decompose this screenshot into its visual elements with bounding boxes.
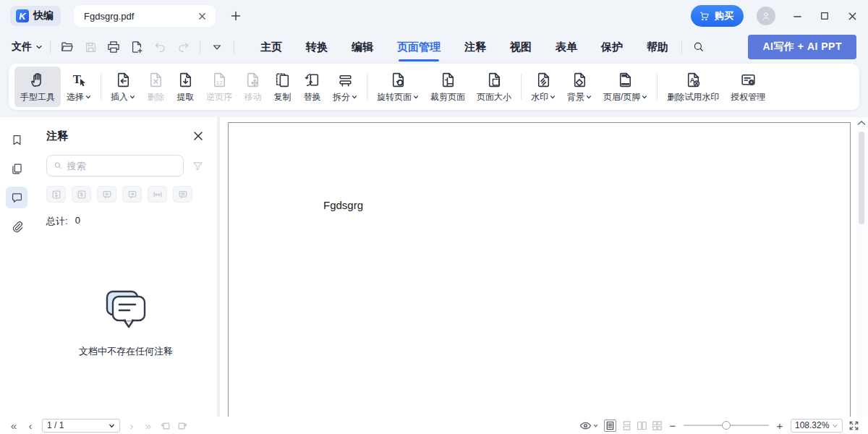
collapse-toolbar-button[interactable]	[208, 38, 226, 56]
next-comment-button[interactable]	[122, 186, 142, 203]
layout-continuous-button[interactable]	[622, 421, 631, 430]
minimize-button[interactable]	[791, 10, 803, 22]
tool-select[interactable]: T 选择	[61, 67, 97, 107]
zoom-in-button[interactable]: +	[775, 420, 785, 432]
comment-icon	[10, 191, 24, 205]
menu-tab-form[interactable]: 表单	[556, 38, 577, 57]
page-number-combo[interactable]: 1 / 1	[42, 419, 120, 433]
tool-rotate-page[interactable]: 旋转页面	[371, 67, 425, 107]
zoom-level-combo[interactable]: 108.32%	[791, 419, 843, 433]
chevron-down-icon	[129, 94, 135, 100]
rail-comments-button[interactable]	[6, 187, 27, 208]
comments-panel-title: 注释	[46, 129, 68, 143]
rail-bookmarks-button[interactable]	[6, 129, 27, 150]
file-menu-button[interactable]: 文件	[12, 41, 43, 54]
layout-single-page-button[interactable]	[604, 420, 616, 432]
comment-search-input[interactable]	[67, 161, 176, 171]
comment-tools	[46, 186, 205, 203]
background-icon	[571, 71, 589, 89]
tool-reverse-order[interactable]: 12 逆页序	[200, 67, 238, 107]
tool-insert-page[interactable]: 插入	[105, 67, 141, 107]
zoom-out-button[interactable]: −	[668, 420, 678, 432]
open-file-button[interactable]	[58, 38, 77, 56]
triangle-down-icon	[211, 41, 223, 53]
comment-list-button[interactable]	[173, 186, 192, 203]
buy-button[interactable]: 购买	[691, 5, 744, 27]
user-icon	[760, 10, 772, 22]
rail-thumbnails-button[interactable]	[6, 158, 27, 179]
filter-button[interactable]	[190, 158, 205, 174]
toolbar-region: 手型工具 T 选择 插入 删除 提取 1	[0, 62, 868, 117]
menu-tab-comment[interactable]: 注释	[464, 38, 486, 57]
tool-hand[interactable]: 手型工具	[14, 67, 61, 107]
print-button[interactable]	[104, 38, 123, 56]
ai-writer-button[interactable]: AI写作 + AI PPT	[748, 35, 856, 59]
expand-all-button[interactable]	[46, 186, 66, 203]
tool-page-size[interactable]: 页面大小	[471, 67, 517, 107]
move-page-icon	[244, 71, 262, 89]
layout-facing-button[interactable]	[637, 421, 647, 430]
tool-split[interactable]: 拆分	[327, 67, 363, 107]
search-button[interactable]	[689, 38, 708, 56]
prev-page-button[interactable]: ‹	[25, 420, 35, 432]
new-page-button[interactable]	[127, 38, 146, 56]
maximize-button[interactable]	[819, 10, 830, 22]
main-menu: 主页 转换 编辑 页面管理 注释 视图 表单 保护 帮助	[260, 38, 668, 57]
menu-tab-edit[interactable]: 编辑	[352, 38, 373, 57]
tool-copy-page[interactable]: 复制	[268, 67, 297, 107]
replace-page-icon	[303, 71, 321, 89]
bookmark-icon	[10, 133, 24, 147]
chevron-down-icon	[35, 43, 43, 51]
tool-watermark[interactable]: 水印	[525, 67, 561, 107]
redo-button[interactable]	[174, 38, 192, 56]
tool-delete-page[interactable]: 删除	[141, 67, 171, 107]
undo-button[interactable]	[150, 38, 169, 56]
previous-view-button[interactable]	[160, 420, 171, 431]
empty-state-text: 文档中不存在任何注释	[79, 345, 173, 358]
tool-background[interactable]: 背景	[561, 67, 597, 107]
menu-tab-help[interactable]: 帮助	[647, 38, 668, 57]
copy-page-icon	[273, 71, 292, 89]
empty-state: 文档中不存在任何注释	[46, 289, 205, 358]
zoom-slider-knob[interactable]	[722, 421, 731, 430]
tool-license-management[interactable]: 授权管理	[725, 67, 771, 107]
app-window: K 快编 Fgdsgrg.pdf 购买	[0, 0, 868, 434]
tool-replace-page[interactable]: 替换	[297, 67, 327, 107]
main-area: 注释	[0, 117, 868, 417]
last-page-button[interactable]: »	[143, 420, 153, 432]
menu-tab-home[interactable]: 主页	[260, 38, 282, 57]
tab-close-button[interactable]	[195, 9, 208, 22]
view-mode-button[interactable]	[579, 421, 598, 430]
close-window-button[interactable]	[846, 10, 858, 22]
next-page-button[interactable]: ›	[127, 420, 137, 432]
document-page[interactable]: Fgdsgrg	[228, 122, 851, 417]
menu-tab-protect[interactable]: 保护	[601, 38, 623, 57]
first-page-button[interactable]: «	[9, 420, 19, 432]
rail-attachments-button[interactable]	[6, 216, 27, 237]
app-logo[interactable]: K 快编	[10, 6, 61, 26]
menu-tab-page-management[interactable]: 页面管理	[397, 38, 441, 57]
document-tab[interactable]: Fgdsgrg.pdf	[74, 5, 216, 27]
next-view-button[interactable]	[177, 420, 188, 431]
new-tab-button[interactable]	[227, 7, 244, 25]
save-button[interactable]	[81, 38, 100, 56]
collapse-replies-button[interactable]	[148, 186, 167, 203]
collapse-all-button[interactable]	[72, 186, 91, 203]
panel-close-button[interactable]	[191, 129, 205, 143]
scrollbar-thumb[interactable]	[859, 132, 864, 224]
menu-tab-view[interactable]: 视图	[510, 38, 532, 57]
prev-comment-button[interactable]	[97, 186, 116, 203]
collapse-arrows-icon	[153, 190, 163, 200]
tool-move-page[interactable]: 移动	[238, 67, 268, 107]
scrollbar-up-button[interactable]	[857, 120, 866, 126]
tool-remove-trial-watermark[interactable]: A 删除试用水印	[661, 67, 725, 107]
user-avatar[interactable]	[757, 7, 775, 25]
tool-header-footer[interactable]: 页眉/页脚	[597, 67, 653, 107]
menu-tab-convert[interactable]: 转换	[306, 38, 328, 57]
tool-crop-page[interactable]: 裁剪页面	[425, 67, 471, 107]
zoom-slider[interactable]	[684, 420, 769, 430]
fullscreen-button[interactable]	[848, 420, 859, 431]
layout-facing-continuous-button[interactable]	[652, 421, 662, 430]
app-logo-icon: K	[16, 9, 29, 22]
tool-extract-page[interactable]: 提取	[171, 67, 200, 107]
